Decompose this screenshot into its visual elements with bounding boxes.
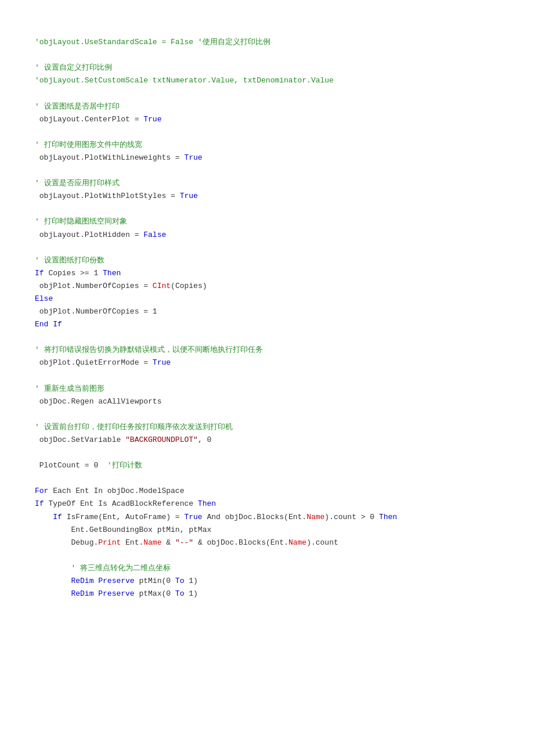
code-segment: objLayout.PlotWithLineweights = xyxy=(35,153,184,162)
code-segment: ptMax(0 xyxy=(135,589,175,598)
code-segment: ptMin(0 xyxy=(135,577,175,585)
code-line: objPlot.NumberOfCopies = 1 xyxy=(35,305,499,318)
code-segment: ' 设置图纸打印份数 xyxy=(35,256,104,265)
code-line: ' 重新生成当前图形 xyxy=(35,383,499,395)
code-segment: ' 设置是否应用打印样式 xyxy=(35,179,120,188)
code-line: ' 设置自定义打印比例 xyxy=(35,62,499,74)
code-segment: Debug. xyxy=(35,538,98,547)
code-segment: Name xyxy=(306,513,324,521)
code-segment: ).count xyxy=(306,538,338,547)
code-segment: ' 设置自定义打印比例 xyxy=(35,63,112,72)
code-segment: Print xyxy=(98,538,121,547)
code-line: End If xyxy=(35,318,499,331)
code-segment: Name xyxy=(143,538,161,547)
code-segment: objDoc.SetVariable xyxy=(35,435,125,444)
code-segment: True xyxy=(184,513,202,521)
code-segment: '打印计数 xyxy=(107,461,142,470)
code-segment: Ent.GetBoundingBox ptMin, ptMax xyxy=(35,525,211,534)
code-segment: True xyxy=(180,192,198,200)
code-segment: ReDim Preserve xyxy=(71,577,134,585)
code-segment: ' 将打印错误报告切换为静默错误模式，以便不间断地执行打印任务 xyxy=(35,345,263,354)
code-segment: 'objLayout.SetCustomScale txtNumerator.V… xyxy=(35,76,334,85)
code-line: Else xyxy=(35,293,499,305)
code-segment xyxy=(35,589,71,598)
code-segment xyxy=(35,577,71,585)
code-segment: To xyxy=(175,577,185,585)
code-segment: CInt xyxy=(153,282,171,290)
code-segment: If xyxy=(35,269,44,278)
code-line xyxy=(35,203,499,215)
code-segment: (Copies) xyxy=(171,282,207,290)
code-segment: ' 设置图纸是否居中打印 xyxy=(35,102,120,111)
code-segment: Then xyxy=(379,513,397,521)
code-segment: PlotCount = 0 xyxy=(35,461,107,470)
code-segment: False xyxy=(143,231,166,239)
code-segment: 1) xyxy=(184,589,197,598)
code-segment: , 0 xyxy=(198,435,211,444)
code-segment: 'objLayout.UseStandardScale = False xyxy=(35,38,198,46)
code-line xyxy=(35,331,499,344)
code-line: For Each Ent In objDoc.ModelSpace xyxy=(35,485,499,498)
code-segment: True xyxy=(143,115,161,124)
code-segment: objPlot.QuietErrorMode = xyxy=(35,358,153,367)
code-line: PlotCount = 0 '打印计数 xyxy=(35,459,499,472)
code-line: ' 设置是否应用打印样式 xyxy=(35,177,499,190)
code-line: objDoc.SetVariable "BACKGROUNDPLOT", 0 xyxy=(35,434,499,447)
code-line: If Copies >= 1 Then xyxy=(35,267,499,280)
code-segment: Ent. xyxy=(121,538,143,547)
code-segment: objPlot.NumberOfCopies = 1 xyxy=(35,307,157,316)
code-line: objLayout.PlotWithPlotStyles = True xyxy=(35,190,499,203)
code-segment: objDoc.Regen acAllViewports xyxy=(35,397,161,406)
code-segment: For xyxy=(35,487,48,495)
code-line: objLayout.CenterPlot = True xyxy=(35,113,499,126)
code-line: ReDim Preserve ptMin(0 To 1) xyxy=(35,575,499,588)
code-line xyxy=(35,242,499,254)
code-line: ' 打印时使用图形文件中的线宽 xyxy=(35,139,499,152)
code-segment: If xyxy=(35,513,62,521)
code-line xyxy=(35,447,499,459)
code-segment: ).count > 0 xyxy=(324,513,379,521)
code-line: ' 打印时隐藏图纸空间对象 xyxy=(35,215,499,228)
code-segment: objLayout.PlotWithPlotStyles = xyxy=(35,192,180,200)
code-line: ' 设置图纸是否居中打印 xyxy=(35,100,499,113)
code-line: objDoc.Regen acAllViewports xyxy=(35,395,499,408)
code-line: ' 将打印错误报告切换为静默错误模式，以便不间断地执行打印任务 xyxy=(35,344,499,357)
code-segment: & xyxy=(161,538,175,547)
code-segment: Copies >= 1 xyxy=(44,269,103,278)
code-segment: ' 设置前台打印，使打印任务按打印顺序依次发送到打印机 xyxy=(35,423,233,431)
code-segment: ' 重新生成当前图形 xyxy=(35,384,104,393)
code-segment: Name xyxy=(288,538,306,547)
code-line: objPlot.QuietErrorMode = True xyxy=(35,357,499,369)
code-line: objPlot.NumberOfCopies = CInt(Copies) xyxy=(35,280,499,293)
code-segment: "--" xyxy=(175,538,193,547)
code-line: If IsFrame(Ent, AutoFrame) = True And ob… xyxy=(35,511,499,524)
code-editor: 'objLayout.UseStandardScale = False '使用自… xyxy=(35,23,499,600)
code-segment: objLayout.CenterPlot = xyxy=(35,115,143,124)
code-line: ' 将三维点转化为二维点坐标 xyxy=(35,562,499,575)
code-line xyxy=(35,549,499,562)
code-line: 'objLayout.SetCustomScale txtNumerator.V… xyxy=(35,74,499,87)
code-segment: Else xyxy=(35,294,53,303)
code-line xyxy=(35,126,499,139)
code-line xyxy=(35,408,499,421)
code-segment: True xyxy=(184,153,202,162)
code-line: ' 设置前台打印，使打印任务按打印顺序依次发送到打印机 xyxy=(35,421,499,434)
code-line xyxy=(35,472,499,485)
code-segment: objPlot.NumberOfCopies = xyxy=(35,282,153,290)
code-line: ReDim Preserve ptMax(0 To 1) xyxy=(35,588,499,600)
code-segment: "BACKGROUNDPLOT" xyxy=(125,435,198,444)
code-segment: IsFrame(Ent, AutoFrame) = xyxy=(62,513,185,521)
code-segment: objLayout.PlotHidden = xyxy=(35,231,143,239)
code-line: If TypeOf Ent Is AcadBlockReference Then xyxy=(35,498,499,510)
code-segment: ' 打印时隐藏图纸空间对象 xyxy=(35,217,127,226)
code-line xyxy=(35,370,499,383)
code-segment: ReDim Preserve xyxy=(71,589,134,598)
code-segment: & objDoc.Blocks(Ent. xyxy=(193,538,288,547)
code-segment: To xyxy=(175,589,185,598)
code-line: objLayout.PlotHidden = False xyxy=(35,229,499,242)
code-segment: End If xyxy=(35,320,62,329)
code-segment: ' 将三维点转化为二维点坐标 xyxy=(35,564,171,573)
code-line: 'objLayout.UseStandardScale = False '使用自… xyxy=(35,36,499,49)
code-line: ' 设置图纸打印份数 xyxy=(35,254,499,267)
code-segment: Then xyxy=(198,499,216,508)
